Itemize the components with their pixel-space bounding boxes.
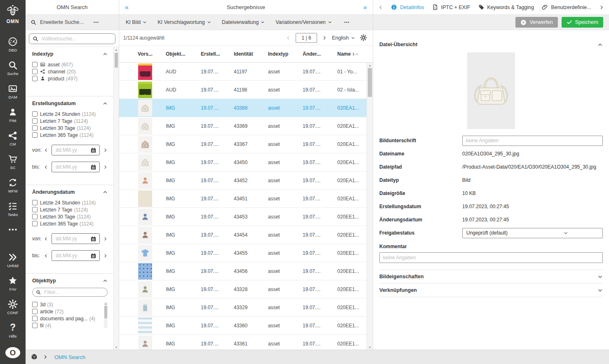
table-row[interactable]: IMG19.07....43450asset19.07....020EA1... [119,153,367,171]
table-row[interactable]: IMG19.07....43367asset19.07....020EA1... [119,135,367,153]
nav-item-pim[interactable]: PIM [0,105,26,125]
checkbox[interactable] [32,221,38,226]
field-select[interactable]: Ungeprüft (default) [462,228,603,238]
collapse-right-icon[interactable]: » [363,4,367,11]
chevron-right-icon[interactable] [103,254,108,258]
calendar-icon[interactable] [90,147,96,153]
advanced-search-link[interactable]: Erweiterte Suche... [40,19,84,25]
page-prev-icon[interactable] [286,35,291,40]
omn-logo[interactable]: OMN [5,4,20,24]
fulltext-search-input[interactable] [41,35,112,42]
table-row[interactable]: IMG19.07....43452asset19.07....020EA1... [119,171,367,190]
tab-detailinfos[interactable]: Detailinfos [391,4,424,10]
toolbar-dropdown-0[interactable]: KI Bild [126,19,147,25]
filter-section-header[interactable]: Änderungsdatum [32,189,108,195]
save-button[interactable]: Speichern [562,17,603,28]
scrollbar-thumb[interactable] [115,53,118,68]
checkbox[interactable] [32,316,38,321]
filter-section-header[interactable]: Objekttyp [32,278,108,284]
table-row[interactable]: AUD19.07....41197asset19.07....01 - Yo..… [119,63,367,81]
tab-benutzerdefinie-[interactable]: Benutzerdefinie... [542,4,591,10]
tab-iptc-exif[interactable]: IPTC + EXIF [432,4,470,10]
filter-section-header[interactable]: Indextyp [32,51,108,57]
checkbox[interactable] [32,132,38,138]
section-verknüpfungen[interactable]: Verknüpfungen [379,284,603,297]
table-row[interactable]: IMG19.07....43328asset19.07....020EE1... [119,280,367,298]
filter-section-header[interactable]: Erstellungsdatum [32,101,108,106]
nav-item-dam[interactable]: DAM [0,81,26,102]
toolbar-dropdown-3[interactable]: Variationen/Versionen [275,19,332,25]
avatar[interactable]: O [5,347,20,358]
breadcrumb-module[interactable]: OMN Search [54,354,85,360]
nav-item-tasks[interactable]: Tasks [0,199,26,219]
scrollbar-thumb[interactable] [104,306,107,318]
checkbox[interactable] [32,302,38,307]
table-scrollbar[interactable]: ▲ ▼ [367,63,373,350]
date-to-input[interactable] [55,164,90,170]
tabs-scroll-right-icon[interactable] [599,5,604,10]
calendar-icon[interactable] [90,164,96,170]
nav-item-more[interactable] [0,222,26,237]
checkbox[interactable] [32,69,38,74]
table-row[interactable]: AUD19.07....41198asset19.07....02 - Isla… [119,81,367,99]
sort-indicator[interactable]: 1 [353,52,359,56]
calendar-icon[interactable] [90,253,96,259]
chevron-left-icon[interactable] [44,148,48,153]
nav-item-conf[interactable]: CONF [0,297,26,317]
checkbox[interactable] [32,207,38,212]
checkbox[interactable] [32,323,38,328]
checkbox[interactable] [32,111,38,117]
file-overview-section-header[interactable]: Datei-Übersicht [379,38,603,52]
scroll-down-icon[interactable]: ▼ [367,345,373,350]
scroll-up-icon[interactable]: ▲ [104,302,108,305]
table-row[interactable]: IMG19.07....43368asset19.07....020EA1... [119,99,367,117]
nav-item-sc[interactable]: SC [0,152,26,172]
nav-item-cm[interactable]: CM [0,128,26,149]
more-options-icon[interactable] [93,19,99,25]
chevron-left-icon[interactable] [44,237,48,241]
nav-item-fav[interactable]: FAV [0,273,26,294]
checkbox[interactable] [32,309,38,314]
table-row[interactable]: IMG19.07....43455asset19.07....020EE1... [119,244,367,262]
date-from-input[interactable] [55,235,90,242]
table-row[interactable]: IMG19.07....43451asset19.07....020EA1... [119,190,367,208]
comment-textarea[interactable] [379,252,603,263]
field-input[interactable] [462,136,603,146]
checkbox[interactable] [32,62,38,67]
table-row[interactable]: IMG19.07....43453asset19.07....020EE1... [119,208,367,226]
objekttyp-scrollbar[interactable]: ▲ [104,302,108,328]
page-next-icon[interactable] [322,35,327,40]
nav-item-dbd[interactable]: DBD [0,34,26,55]
chevron-right-icon[interactable] [103,237,108,241]
tabs-scroll-left-icon[interactable] [378,5,383,10]
toolbar-more-icon[interactable] [343,19,350,25]
nav-item-suche[interactable]: Suche [0,58,26,78]
table-row[interactable]: IMG19.07....43329asset19.07....020EE1... [119,298,367,317]
checkbox[interactable] [32,214,38,219]
chevron-right-icon[interactable] [103,148,108,153]
checkbox[interactable] [32,125,38,131]
checkbox[interactable] [32,76,38,81]
scroll-down-icon[interactable]: ▼ [114,345,119,350]
chevron-right-icon[interactable] [103,165,108,169]
tab-keywords-tagging[interactable]: Keywords & Tagging [478,4,534,10]
language-select[interactable]: English [332,35,355,41]
table-row[interactable]: IMG19.07....43369asset19.07....020EA1... [119,117,367,135]
table-row[interactable]: IMG19.07....43361asset19.07....020EE1... [119,335,367,350]
scroll-up-icon[interactable]: ▲ [114,47,119,52]
table-row[interactable]: IMG19.07....43360asset19.07....020EE1... [119,317,367,335]
scroll-up-icon[interactable]: ▲ [367,63,373,68]
filters-scrollbar[interactable]: ▲ ▼ [113,47,119,350]
chevron-left-icon[interactable] [44,254,48,258]
checkbox[interactable] [32,118,38,124]
toolbar-dropdown-2[interactable]: Dateiverwaltung [222,19,265,25]
calendar-icon[interactable] [90,236,96,242]
page-indicator[interactable]: 1 | 6 [296,33,317,43]
table-row[interactable]: IMG19.07....43454asset19.07....020EE1... [119,226,367,244]
objekttyp-filter-input[interactable] [43,289,104,296]
table-settings-gear-icon[interactable] [360,34,367,41]
checkbox[interactable] [32,200,38,205]
section-bildeigenschaften[interactable]: Bildeigenschaften [379,270,603,284]
table-row[interactable]: IMG19.07....43456asset19.07....020EE1... [119,262,367,280]
discard-button[interactable]: Verwerfen [515,17,557,28]
